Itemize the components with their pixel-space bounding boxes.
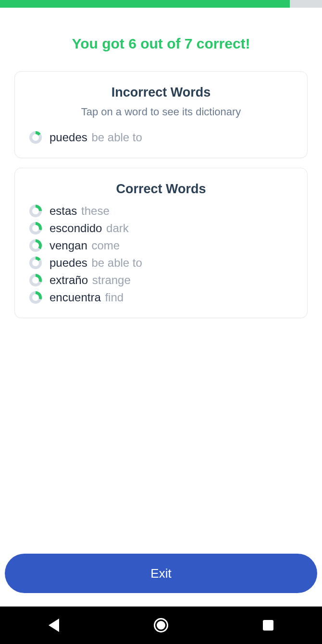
correct-card: Correct Words estas these escondido dark…	[14, 168, 308, 318]
progress-ring-icon	[29, 131, 42, 144]
nav-recent-button[interactable]	[239, 611, 297, 640]
progress-ring-icon	[29, 291, 42, 304]
word-label: vengan	[50, 239, 87, 252]
exit-button[interactable]: Exit	[5, 554, 317, 593]
word-label: escondido	[50, 222, 102, 235]
progress-ring-icon	[29, 257, 42, 269]
word-label: extraño	[50, 273, 88, 286]
word-item[interactable]: extraño strange	[29, 272, 293, 289]
score-title: You got 6 out of 7 correct!	[14, 36, 308, 52]
home-icon	[154, 618, 168, 632]
translation-label: be able to	[88, 256, 142, 269]
word-item[interactable]: escondido dark	[29, 220, 293, 237]
word-item[interactable]: vengan come	[29, 237, 293, 254]
word-label: puedes	[50, 131, 87, 144]
progress-ring-icon	[29, 205, 42, 217]
translation-label: find	[102, 291, 124, 304]
progress-ring-icon	[29, 239, 42, 252]
nav-home-button[interactable]	[132, 611, 190, 640]
word-item[interactable]: puedes be able to	[29, 254, 293, 272]
progress-ring-icon	[29, 274, 42, 286]
translation-label: these	[78, 204, 109, 217]
word-label: encuentra	[50, 291, 101, 304]
translation-label: strange	[89, 273, 131, 286]
progress-ring-icon	[29, 222, 42, 235]
results-content: You got 6 out of 7 correct! Incorrect Wo…	[0, 8, 322, 554]
incorrect-title: Incorrect Words	[29, 85, 293, 100]
progress-fill	[0, 0, 290, 8]
nav-back-button[interactable]	[25, 611, 83, 640]
correct-list: estas these escondido dark vengan come p…	[29, 202, 293, 306]
back-icon	[49, 619, 59, 632]
word-item[interactable]: encuentra find	[29, 289, 293, 306]
translation-label: be able to	[88, 131, 142, 144]
translation-label: dark	[103, 222, 128, 235]
recent-icon	[263, 620, 273, 631]
correct-title: Correct Words	[29, 182, 293, 197]
incorrect-card: Incorrect Words Tap on a word to see its…	[14, 71, 308, 158]
word-label: puedes	[50, 256, 87, 269]
word-item[interactable]: puedes be able to	[29, 129, 293, 146]
word-item[interactable]: estas these	[29, 202, 293, 220]
android-navbar	[0, 607, 322, 644]
word-label: estas	[50, 204, 77, 217]
incorrect-list: puedes be able to	[29, 129, 293, 146]
incorrect-subtitle: Tap on a word to see its dictionary	[29, 106, 293, 118]
progress-bar	[0, 0, 322, 8]
translation-label: come	[88, 239, 120, 252]
